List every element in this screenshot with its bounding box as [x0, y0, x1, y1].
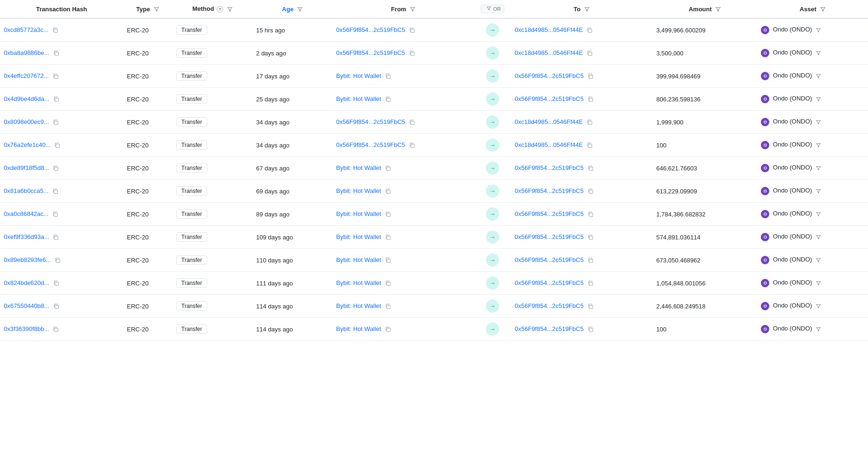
from-link-10[interactable]: Bybit: Hot Wallet [336, 256, 381, 263]
to-link-2[interactable]: 0x56F9f854...2c519FbC5 [515, 72, 584, 79]
from-link-5[interactable]: 0x56F9f854...2c519FbC5 [336, 141, 405, 148]
to-link-9[interactable]: 0x56F9f854...2c519FbC5 [515, 233, 584, 240]
hash-link-13[interactable]: 0x3f36390f8bb... [4, 325, 49, 332]
hash-copy-icon-0[interactable] [52, 27, 59, 34]
from-link-1[interactable]: 0x56F9f854...2c519FbC5 [336, 49, 405, 56]
hash-link-11[interactable]: 0x824bde620d... [4, 279, 49, 286]
hash-copy-icon-3[interactable] [53, 96, 60, 103]
to-link-5[interactable]: 0xc18d4985...0546Ff44E [515, 141, 583, 148]
asset-row-filter-icon-8[interactable] [816, 211, 821, 217]
hash-link-4[interactable]: 0x8098e00ec9... [4, 118, 49, 125]
to-link-13[interactable]: 0x56F9f854...2c519FbC5 [515, 325, 584, 332]
to-filter-icon[interactable] [584, 7, 590, 12]
amount-filter-icon[interactable] [715, 7, 721, 12]
from-copy-icon-1[interactable] [409, 50, 415, 57]
to-copy-icon-2[interactable] [587, 73, 594, 80]
from-link-12[interactable]: Bybit: Hot Wallet [336, 302, 381, 309]
age-filter-icon[interactable] [297, 7, 303, 12]
to-link-6[interactable]: 0x56F9f854...2c519FbC5 [515, 164, 584, 171]
arrow-button-4[interactable]: → [486, 115, 499, 129]
to-link-7[interactable]: 0x56F9f854...2c519FbC5 [515, 187, 584, 194]
hash-copy-icon-7[interactable] [52, 188, 59, 195]
to-link-4[interactable]: 0xc18d4985...0546Ff44E [515, 118, 583, 125]
to-copy-icon-5[interactable] [586, 142, 593, 149]
from-copy-icon-10[interactable] [385, 257, 391, 264]
from-link-8[interactable]: Bybit: Hot Wallet [336, 210, 381, 217]
asset-row-filter-icon-2[interactable] [816, 73, 821, 79]
hash-copy-icon-4[interactable] [53, 119, 59, 126]
to-link-1[interactable]: 0xc18d4985...0546Ff44E [515, 49, 583, 56]
arrow-button-3[interactable]: → [486, 92, 499, 106]
from-copy-icon-9[interactable] [385, 234, 391, 241]
to-copy-icon-9[interactable] [587, 234, 594, 241]
arrow-button-1[interactable]: → [486, 46, 499, 60]
asset-row-filter-icon-13[interactable] [816, 326, 821, 332]
hash-copy-icon-6[interactable] [53, 165, 59, 172]
from-copy-icon-7[interactable] [385, 188, 391, 195]
hash-copy-icon-2[interactable] [53, 73, 59, 80]
to-copy-icon-4[interactable] [586, 119, 593, 126]
from-copy-icon-0[interactable] [409, 27, 415, 34]
from-copy-icon-11[interactable] [385, 280, 391, 287]
method-filter-icon[interactable] [227, 7, 233, 12]
arrow-button-5[interactable]: → [486, 138, 499, 152]
to-copy-icon-13[interactable] [587, 326, 594, 333]
arrow-button-9[interactable]: → [486, 230, 499, 244]
arrow-button-7[interactable]: → [486, 184, 499, 198]
arrow-button-12[interactable]: → [486, 300, 499, 313]
asset-row-filter-icon-1[interactable] [816, 50, 821, 56]
arrow-button-13[interactable]: → [486, 323, 499, 336]
from-copy-icon-8[interactable] [385, 211, 391, 218]
hash-copy-icon-12[interactable] [53, 303, 60, 310]
to-copy-icon-1[interactable] [586, 50, 593, 57]
asset-row-filter-icon-5[interactable] [816, 142, 821, 148]
from-link-3[interactable]: Bybit: Hot Wallet [336, 95, 381, 102]
hash-copy-icon-10[interactable] [55, 257, 61, 264]
arrow-button-0[interactable]: → [486, 23, 499, 37]
to-copy-icon-10[interactable] [587, 257, 594, 264]
hash-link-5[interactable]: 0x76a2efe1c40... [4, 141, 51, 148]
hash-link-0[interactable]: 0xcd85772a3c... [4, 26, 48, 33]
col-age-label[interactable]: Age [282, 6, 294, 13]
hash-link-3[interactable]: 0x4d9be4d6da... [4, 95, 49, 102]
to-copy-icon-12[interactable] [587, 303, 594, 310]
to-link-12[interactable]: 0x56F9f854...2c519FbC5 [515, 302, 584, 309]
asset-row-filter-icon-0[interactable] [816, 27, 821, 33]
hash-copy-icon-9[interactable] [53, 234, 59, 241]
method-help-icon[interactable]: ? [217, 6, 223, 13]
hash-link-10[interactable]: 0x89eb8293fe6... [4, 256, 51, 263]
to-copy-icon-8[interactable] [587, 211, 594, 218]
from-link-9[interactable]: Bybit: Hot Wallet [336, 233, 381, 240]
hash-copy-icon-11[interactable] [53, 280, 60, 287]
or-filter-button[interactable]: OR [481, 5, 504, 13]
arrow-button-11[interactable]: → [486, 277, 499, 290]
to-link-11[interactable]: 0x56F9f854...2c519FbC5 [515, 279, 584, 286]
from-copy-icon-6[interactable] [385, 165, 391, 172]
from-link-13[interactable]: Bybit: Hot Wallet [336, 325, 381, 332]
from-link-11[interactable]: Bybit: Hot Wallet [336, 279, 381, 286]
from-copy-icon-4[interactable] [409, 119, 415, 126]
to-link-0[interactable]: 0xc18d4985...0546Ff44E [515, 26, 583, 33]
hash-link-9[interactable]: 0xef9f336d93a... [4, 233, 49, 240]
from-copy-icon-13[interactable] [385, 326, 391, 333]
from-filter-icon[interactable] [410, 7, 415, 12]
asset-row-filter-icon-4[interactable] [816, 119, 821, 125]
type-filter-icon[interactable] [154, 7, 159, 12]
asset-row-filter-icon-3[interactable] [816, 96, 821, 102]
to-link-3[interactable]: 0x56F9f854...2c519FbC5 [515, 95, 584, 102]
to-copy-icon-7[interactable] [587, 188, 594, 195]
hash-copy-icon-5[interactable] [54, 142, 61, 149]
hash-link-1[interactable]: 0xba8a9886be... [4, 49, 49, 56]
from-link-4[interactable]: 0x56F9f854...2c519FbC5 [336, 118, 405, 125]
hash-link-7[interactable]: 0x81a6b0cca5... [4, 187, 48, 194]
hash-copy-icon-13[interactable] [53, 326, 59, 333]
asset-row-filter-icon-9[interactable] [816, 234, 821, 240]
from-link-0[interactable]: 0x56F9f854...2c519FbC5 [336, 26, 405, 33]
hash-copy-icon-8[interactable] [52, 211, 59, 218]
asset-row-filter-icon-10[interactable] [816, 257, 821, 263]
from-copy-icon-12[interactable] [385, 303, 391, 310]
from-link-7[interactable]: Bybit: Hot Wallet [336, 187, 381, 194]
hash-link-8[interactable]: 0xa0c86842ac... [4, 210, 48, 217]
arrow-button-6[interactable]: → [486, 161, 499, 175]
asset-row-filter-icon-12[interactable] [816, 303, 821, 309]
